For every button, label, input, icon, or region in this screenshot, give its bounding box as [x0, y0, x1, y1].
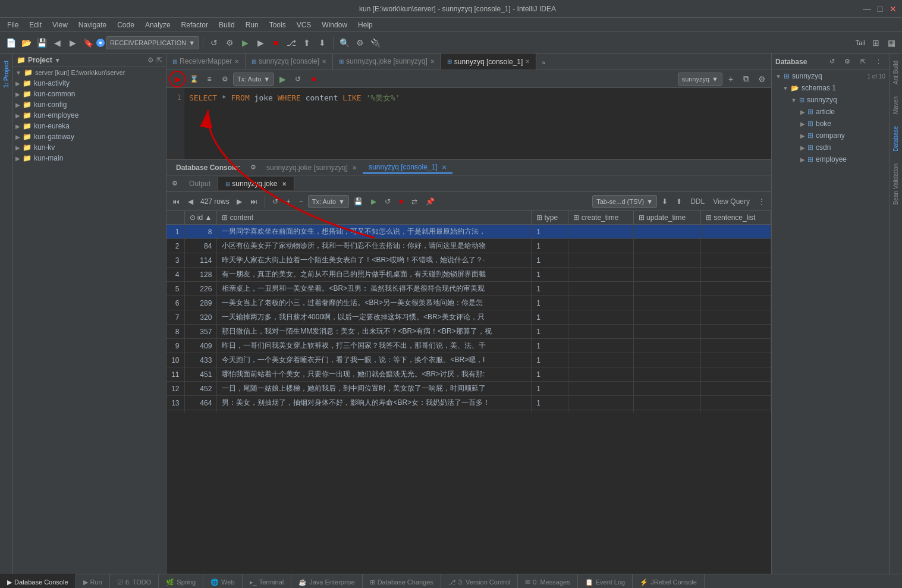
- menu-tools[interactable]: Tools: [265, 20, 291, 30]
- bottom-tab-event-log[interactable]: 📋 Event Log: [578, 574, 633, 588]
- bottom-tab-db-changes[interactable]: ⊞ Database Changes: [363, 574, 441, 588]
- tab-close-console1[interactable]: ✕: [525, 58, 530, 65]
- layout-button[interactable]: ▦: [884, 36, 898, 50]
- menu-code[interactable]: Code: [112, 20, 139, 30]
- table-row[interactable]: 11451哪怕我面前站着十个美女，只要你一出现，她们就会黯淡无光。<BR>讨厌，…: [166, 367, 771, 382]
- tool-window-button[interactable]: ⊞: [869, 36, 883, 50]
- run-app-button[interactable]: ▶: [238, 36, 252, 50]
- close-table-tab[interactable]: ✕: [282, 181, 287, 187]
- connection-combo[interactable]: sunnyzyq ▼: [678, 73, 722, 86]
- stop-button[interactable]: ■: [269, 36, 283, 50]
- stop-query-button[interactable]: ■: [306, 72, 320, 86]
- col-header-update-time[interactable]: ⊞ update_time: [633, 211, 700, 225]
- db-more-btn[interactable]: ⋮: [871, 55, 885, 69]
- last-row-btn[interactable]: ⏭: [247, 196, 261, 207]
- close-button[interactable]: ✕: [889, 5, 897, 13]
- bottom-tab-spring[interactable]: 🌿 Spring: [159, 574, 203, 588]
- module-kv[interactable]: ▶ 📁 kun-kv: [13, 142, 166, 153]
- more-results-btn[interactable]: ⋮: [755, 196, 769, 207]
- console1-bottom-tab[interactable]: sunnyzyq [console_1] ✕: [363, 162, 452, 174]
- table-row[interactable]: 4128有一朋友，真正的美女。之前从不用自己的照片做手机桌面，有天碰到她锁屏界面…: [166, 268, 771, 282]
- table-boke[interactable]: ▶ ⊞ boke: [772, 118, 889, 130]
- db-schemas-item[interactable]: ▼ 📂 schemas 1: [772, 82, 889, 94]
- table-article[interactable]: ▶ ⊞ article: [772, 106, 889, 118]
- tab-close-joke[interactable]: ✕: [430, 58, 435, 65]
- col-header-content[interactable]: ⊞ content: [217, 211, 532, 225]
- transpose-btn[interactable]: ⇄: [408, 196, 421, 207]
- db-name-item[interactable]: ▼ ⊞ sunnyzyq: [772, 94, 889, 106]
- tab-close-console[interactable]: ✕: [322, 58, 326, 65]
- menu-help[interactable]: Help: [353, 20, 378, 30]
- debug-button[interactable]: ⚙: [222, 36, 237, 50]
- module-eureka[interactable]: ▶ 📁 kun-eureka: [13, 121, 166, 131]
- col-header-create-time[interactable]: ⊞ create_time: [568, 211, 633, 225]
- results-settings-btn[interactable]: ⚙: [168, 177, 182, 191]
- menu-analyze[interactable]: Analyze: [140, 20, 175, 30]
- prev-row-btn[interactable]: ◀: [184, 196, 197, 207]
- table-row[interactable]: 8357那日微信上，我对一陌生MM发消息：美女，出来玩不？<BR>有病！<BR>…: [166, 325, 771, 339]
- history-button[interactable]: ⌛: [187, 72, 201, 86]
- pin-btn[interactable]: 📌: [422, 196, 438, 207]
- rollback-button[interactable]: ↺: [291, 72, 305, 86]
- reload-button[interactable]: ↺: [207, 36, 221, 50]
- copy-session-button[interactable]: ⧉: [739, 72, 753, 86]
- git-push-button[interactable]: ⬆: [300, 36, 314, 50]
- view-query-btn[interactable]: View Query: [709, 196, 753, 207]
- maximize-button[interactable]: □: [876, 5, 884, 13]
- module-employee[interactable]: ▶ 📁 kun-employee: [13, 110, 166, 121]
- close-joke-tab[interactable]: ✕: [352, 165, 357, 171]
- new-file-button[interactable]: 📄: [4, 36, 18, 50]
- tab-console[interactable]: ⊞ sunnyzyq [console] ✕: [246, 54, 333, 70]
- server-item[interactable]: ▼ 📁 server [kun] E:\work\kun\server: [13, 67, 166, 78]
- table-csdn[interactable]: ▶ ⊞ csdn: [772, 142, 889, 153]
- session-settings-button[interactable]: ⚙: [755, 72, 769, 86]
- db-refresh-btn[interactable]: ↺: [825, 55, 839, 69]
- tab-console1[interactable]: ⊞ sunnyzyq [console_1] ✕: [441, 54, 536, 70]
- module-common[interactable]: ▶ 📁 kun-common: [13, 89, 166, 99]
- save-button[interactable]: 💾: [34, 36, 49, 50]
- joke-console-tab[interactable]: sunnyzyq.joke [sunnyzyq] ✕: [260, 162, 363, 173]
- table-row[interactable]: 13464男：美女，别抽烟了，抽烟对身体不好，影响人的寿命<BR>女：我奶奶活了…: [166, 396, 771, 410]
- col-header-sentence-list[interactable]: ⊞ sentence_list: [701, 211, 771, 225]
- ant-build-tab[interactable]: Ant Build: [891, 56, 900, 89]
- forward-button[interactable]: ▶: [65, 36, 80, 50]
- tab-receiver-mapper[interactable]: ⊞ ReceiverMapper ✕: [166, 54, 246, 70]
- menu-view[interactable]: View: [48, 20, 73, 30]
- maven-tab[interactable]: Maven: [891, 92, 900, 119]
- bottom-tab-db-console[interactable]: ▶ Database Console: [0, 574, 76, 588]
- bean-validation-tab[interactable]: Bean Validation: [891, 159, 900, 209]
- git-button[interactable]: ⎇: [284, 36, 298, 50]
- table-row[interactable]: 7320一天输掉两万多，我日薪才4000啊，以后一定要改掉这坏习惯。<BR>美女…: [166, 310, 771, 325]
- refresh-btn[interactable]: ↺: [269, 196, 282, 207]
- project-expand-icon[interactable]: ⇱: [156, 56, 162, 64]
- project-tab[interactable]: 1: Project: [2, 56, 11, 93]
- menu-navigate[interactable]: Navigate: [74, 20, 111, 30]
- project-settings-icon[interactable]: ⚙: [147, 56, 154, 64]
- table-row[interactable]: 3114昨天学人家在大街上拉着一个陌生美女表白了！<BR>哎哟！不错哦，她说什么…: [166, 253, 771, 268]
- ddl-btn[interactable]: DDL: [687, 196, 708, 207]
- table-row[interactable]: 14504昨天看到的：一大妈看到一排于美女在等公交，冻的瑟瑟发抖，便问：闺女，冷…: [166, 410, 771, 413]
- open-button[interactable]: 📂: [19, 36, 33, 50]
- bottom-tab-todo[interactable]: ☑ 6: TODO: [110, 574, 159, 588]
- module-gateway[interactable]: ▶ 📁 kun-gateway: [13, 131, 166, 142]
- settings-small-btn[interactable]: ⚙: [246, 161, 260, 175]
- nav-button[interactable]: 🔖: [81, 36, 95, 50]
- tx-results-combo[interactable]: Tx: Auto ▼: [308, 195, 349, 208]
- stop-results-btn[interactable]: ■: [395, 196, 407, 207]
- plugins-button[interactable]: 🔌: [368, 36, 382, 50]
- table-row[interactable]: 5226相亲桌上，一丑男和一美女坐着。<BR>丑男： 虽然我长得不是很符合现代的…: [166, 282, 771, 296]
- col-header-type[interactable]: ⊞ type: [532, 211, 568, 225]
- run-coverage-button[interactable]: ▶: [253, 36, 268, 50]
- minimize-button[interactable]: —: [863, 5, 871, 13]
- back-button[interactable]: ◀: [50, 36, 64, 50]
- tab-close-mapper[interactable]: ✕: [234, 58, 239, 65]
- module-config[interactable]: ▶ 📁 kun-config: [13, 99, 166, 110]
- table-row[interactable]: 6289一美女当上了老板的小三，过着奢靡的生活。<BR>另一美女很羡慕地问她：你…: [166, 296, 771, 310]
- settings-button[interactable]: ⚙: [353, 36, 367, 50]
- table-row[interactable]: 18一男同学喜欢坐在前面的女生，想搭讪，可又不知怎么说，于是就用最原始的方法，1: [166, 225, 771, 239]
- module-activity[interactable]: ▶ 📁 kun-activity: [13, 78, 166, 89]
- bottom-tab-messages[interactable]: ✉ 0: Messages: [518, 574, 577, 588]
- run-query-button[interactable]: ▶: [275, 72, 290, 86]
- col-header-id[interactable]: ⊙ id ▲: [184, 211, 217, 225]
- module-main[interactable]: ▶ 📁 kun-main: [13, 153, 166, 163]
